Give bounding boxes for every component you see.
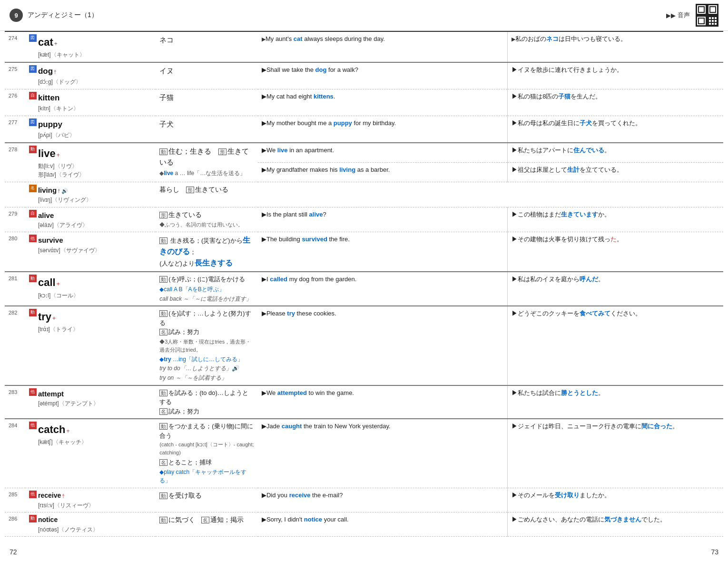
entry-meaning-notice: 動に気づく 名通知；掲示 [156, 512, 258, 537]
entry-japanese-attempt: ▶私たちは試合に勝とうとした。 [508, 385, 723, 419]
entry-num-275: 275 [5, 62, 25, 89]
entry-english-live: ▶We live in an apartment. [258, 143, 508, 163]
entry-english-alive: ▶Is the plant still alive? [258, 207, 508, 232]
entry-japanese-live2: ▶祖父は床屋として生計を立てている。 [508, 162, 723, 182]
svg-rect-8 [712, 17, 714, 19]
entry-word-living: 名 living† 🔊 [lívɪŋ]〈リヴィング〉 [25, 182, 156, 207]
entry-english-cat: ▶My aunt's cat always sleeps during the … [258, 31, 508, 62]
entry-english-try: ▶Please try these cookies. [258, 306, 508, 385]
entry-japanese-try: ▶どうぞこのクッキーを食べてみてください。 [508, 306, 723, 385]
entry-word-live: 動 live+ 動[líːv]〈リヴ〉 形[láɪv]〈ライヴ〉 [25, 143, 156, 182]
entry-num-276: 276 [5, 89, 25, 116]
entry-num-283: 283 [5, 385, 25, 419]
entry-english-live2: ▶My grandfather makes his living as a ba… [258, 162, 508, 182]
entry-word-receive: 他 receive† [rɪsíːv]〈リスィーヴ〉 [25, 488, 156, 512]
entry-english-call: ▶I called my dog from the garden. [258, 272, 508, 306]
entry-attempt: 283 他 attempt [ətémpt]〈アテンプト〉 動を試みる；(to … [5, 385, 723, 419]
entry-num-living [5, 182, 25, 207]
entry-meaning-alive: 形生きている ◆ふつう、名詞の前では用いない。 [156, 207, 258, 232]
chapter-title: アンディとジミー（1） [28, 11, 98, 20]
main-content: 274 図 cat+ [kǽt]〈キャット〉 ネコ ▶My aunt's cat [0, 31, 728, 537]
entry-meaning-kitten: 子猫 [156, 89, 258, 116]
entry-num-285: 285 [5, 488, 25, 512]
entry-word-survive: 他 survive [sərvάɪv]〈サヴァイヴ〉 [25, 232, 156, 272]
entry-word-catch: 他 catch+ [kǽtʃ]〈キャッチ〉 [25, 419, 156, 488]
svg-rect-15 [715, 23, 717, 25]
entry-japanese-alive: ▶この植物はまだ生きていますか。 [508, 207, 723, 232]
entry-word-call: 動 call+ [kɔːl]〈コール〉 [25, 272, 156, 306]
entry-meaning-dog: イヌ [156, 62, 258, 89]
entry-japanese-live: ▶私たちはアパートに住んでいる。 [508, 143, 723, 163]
entry-num-274: 274 [5, 31, 25, 62]
entry-word-try: 動 try+ [trάɪ]〈トライ〉 [25, 306, 156, 385]
entry-english-puppy: ▶My mother bought me a puppy for my birt… [258, 116, 508, 142]
entry-meaning-living: 暮らし 形生きている [156, 182, 258, 207]
entry-english-living [258, 182, 723, 207]
entry-num-284: 284 [5, 419, 25, 488]
entry-word-notice: 動 notice [nóʊtəs]〈ノウティス〉 [25, 512, 156, 537]
svg-rect-2 [699, 7, 704, 12]
entry-num-277: 277 [5, 116, 25, 142]
entry-meaning-cat: ネコ [156, 31, 258, 62]
entry-english-survive: ▶The building survived the fire. [258, 232, 508, 272]
audio-icon: ▶▶ [666, 12, 676, 19]
entry-living: 名 living† 🔊 [lívɪŋ]〈リヴィング〉 暮らし 形生きている [5, 182, 723, 207]
entry-word-dog: 図 dog† [dɔ́ːg]〈ドッグ〉 [25, 62, 156, 89]
entry-num-282: 282 [5, 306, 25, 385]
entry-english-catch: ▶Jade caught the train to New York yeste… [258, 419, 508, 488]
entry-meaning-try: 動(を)試す；…しようと(努力)する 名試み；努力 ◆3人称・単数・現在はtri… [156, 306, 258, 385]
entry-japanese-puppy: ▶私の母は私の誕生日に子犬を買ってくれた。 [508, 116, 723, 142]
entry-japanese-call: ▶私は私のイヌを庭から呼んだ。 [508, 272, 723, 306]
page-footer: 72 73 [0, 542, 728, 561]
entry-meaning-call: 動(を)呼ぶ；(に)電話をかける ◆call A B「AをBと呼ぶ」 call … [156, 272, 258, 306]
header-left: 9 アンディとジミー（1） [10, 9, 98, 22]
entry-japanese-cat: ▶私のおばのネコは日中いつも寝ている。 [508, 31, 723, 62]
svg-rect-9 [715, 17, 717, 19]
entry-meaning-receive: 動を受け取る [156, 488, 258, 512]
entry-live: 278 動 live+ 動[líːv]〈リヴ〉 形[láɪv]〈ライヴ〉 動住む… [5, 143, 723, 163]
header: 9 アンディとジミー（1） ▶▶ 音声 [0, 0, 728, 31]
entry-japanese-dog: ▶イヌを散歩に連れて行きましょうか。 [508, 62, 723, 89]
entry-puppy: 277 図 puppy [pʌ́pi]〈パピ〉 子犬 ▶My mother bo… [5, 116, 723, 142]
entry-japanese-kitten: ▶私の猫は8匹の子猫を生んだ。 [508, 89, 723, 116]
entry-word-attempt: 他 attempt [ətémpt]〈アテンプト〉 [25, 385, 156, 419]
entry-num-279: 279 [5, 207, 25, 232]
svg-rect-13 [709, 23, 711, 25]
svg-rect-6 [699, 19, 704, 23]
entry-english-receive: ▶Did you receive the e-mail? [258, 488, 508, 512]
entry-dog: 275 図 dog† [dɔ́ːg]〈ドッグ〉 イヌ ▶Shall we tak… [5, 62, 723, 89]
entry-meaning-attempt: 動を試みる；(to do)…しようとする 名試み；努力 [156, 385, 258, 419]
entry-english-attempt: ▶We attempted to win the game. [258, 385, 508, 419]
entry-japanese-notice: ▶ごめんなさい、あなたの電話に気づきませんでした。 [508, 512, 723, 537]
svg-rect-12 [715, 20, 717, 22]
svg-rect-11 [712, 20, 714, 22]
entry-word-kitten: 自 kitten [kítn]〈キトン〉 [25, 89, 156, 116]
entry-alive: 279 自 alive [əláɪv]〈アライヴ〉 形生きている ◆ふつう、名詞… [5, 207, 723, 232]
entry-num-278: 278 [5, 143, 25, 182]
entry-num-286: 286 [5, 512, 25, 537]
entry-japanese-catch: ▶ジェイドは昨日、ニューヨーク行きの電車に間に合った。 [508, 419, 723, 488]
entry-japanese-receive: ▶そのメールを受け取りましたか。 [508, 488, 723, 512]
entry-word-cat: 図 cat+ [kǽt]〈キャット〉 [25, 31, 156, 62]
chapter-number: 9 [10, 9, 23, 22]
page-number-right: 73 [711, 548, 718, 556]
entry-meaning-puppy: 子犬 [156, 116, 258, 142]
entry-english-kitten: ▶My cat had eight kittens. [258, 89, 508, 116]
entry-meaning-live: 動住む；生きる 形生きている ◆live a … life「…な生活を送る」 [156, 143, 258, 182]
page-number-left: 72 [10, 548, 17, 556]
entry-notice: 286 動 notice [nóʊtəs]〈ノウティス〉 動に気づく 名通知；掲… [5, 512, 723, 537]
entry-word-puppy: 図 puppy [pʌ́pi]〈パピ〉 [25, 116, 156, 142]
entry-japanese-survive: ▶その建物は火事を切り抜けて残った。 [508, 232, 723, 272]
svg-rect-7 [709, 17, 711, 19]
entry-num-281: 281 [5, 272, 25, 306]
audio-label: 音声 [678, 11, 690, 20]
audio-button[interactable]: ▶▶ 音声 [666, 11, 690, 20]
entry-english-notice: ▶Sorry, I didn't notice your call. [258, 512, 508, 537]
entry-meaning-survive: 動 生き残る；(災害など)から生きのびる；(人など)より長生きする [156, 232, 258, 272]
entry-kitten: 276 自 kitten [kítn]〈キトン〉 子猫 ▶My cat had … [5, 89, 723, 116]
svg-rect-10 [709, 20, 711, 22]
entry-cat: 274 図 cat+ [kǽt]〈キャット〉 ネコ ▶My aunt's cat [5, 31, 723, 62]
entry-survive: 280 他 survive [sərvάɪv]〈サヴァイヴ〉 動 生き残る；(災… [5, 232, 723, 272]
entry-try: 282 動 try+ [trάɪ]〈トライ〉 動(を)試す；…しようと(努力)す… [5, 306, 723, 385]
entry-english-dog: ▶Shall we take the dog for a walk? [258, 62, 508, 89]
